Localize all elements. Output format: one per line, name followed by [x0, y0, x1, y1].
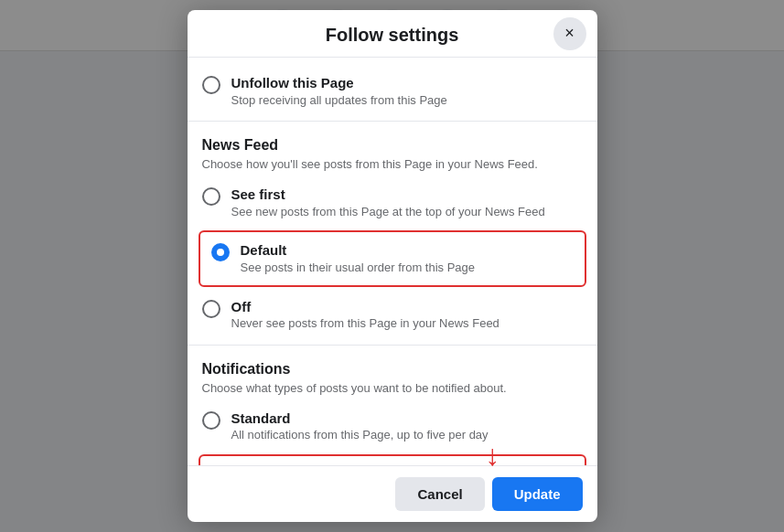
unfollow-text: Unfollow this Page Stop receiving all up… [231, 74, 583, 108]
off-feed-label: Off [231, 298, 583, 316]
highlights-option[interactable]: Highlights Notifications about suggested… [199, 454, 586, 465]
standard-radio[interactable] [202, 411, 220, 430]
news-feed-subtitle: Choose how you'll see posts from this Pa… [202, 157, 583, 173]
modal-title: Follow settings [326, 25, 459, 46]
modal-header: Follow settings × [188, 10, 597, 58]
standard-text: Standard All notifications from this Pag… [231, 410, 583, 443]
off-feed-radio[interactable] [202, 300, 220, 318]
see-first-text: See first See new posts from this Page a… [231, 186, 583, 219]
red-arrow-indicator: ↓ [486, 441, 500, 470]
off-feed-option[interactable]: Off Never see posts from this Page in yo… [188, 289, 597, 341]
unfollow-option[interactable]: Unfollow this Page Stop receiving all up… [188, 65, 597, 117]
unfollow-radio[interactable] [202, 76, 220, 94]
see-first-option[interactable]: See first See new posts from this Page a… [188, 176, 597, 229]
default-label: Default [241, 241, 574, 260]
off-feed-text: Off Never see posts from this Page in yo… [231, 298, 583, 332]
see-first-label: See first [231, 186, 583, 204]
default-text: Default See posts in their usual order f… [241, 241, 574, 275]
follow-settings-modal: Follow settings × Unfollow this Page Sto… [188, 10, 597, 522]
off-feed-desc: Never see posts from this Page in your N… [231, 316, 583, 332]
divider-2 [188, 345, 597, 346]
default-radio[interactable] [211, 243, 230, 261]
see-first-radio[interactable] [202, 187, 220, 206]
cancel-button[interactable]: Cancel [395, 477, 484, 511]
update-button[interactable]: Update [492, 477, 583, 511]
modal-backdrop: Follow settings × Unfollow this Page Sto… [0, 0, 784, 532]
standard-desc: All notifications from this Page, up to … [231, 428, 583, 443]
news-feed-title: News Feed [202, 136, 583, 155]
unfollow-desc: Stop receiving all updates from this Pag… [231, 93, 583, 109]
notifications-section-header: Notifications Choose what types of posts… [188, 349, 597, 400]
notifications-title: Notifications [202, 360, 583, 379]
standard-option[interactable]: Standard All notifications from this Pag… [188, 400, 597, 452]
modal-close-button[interactable]: × [553, 17, 586, 50]
news-feed-section-header: News Feed Choose how you'll see posts fr… [188, 125, 597, 176]
modal-footer: ↓ Cancel Update [188, 465, 597, 522]
default-desc: See posts in their usual order from this… [241, 261, 574, 276]
standard-label: Standard [231, 410, 583, 428]
default-option[interactable]: Default See posts in their usual order f… [199, 230, 586, 286]
modal-body: Unfollow this Page Stop receiving all up… [188, 58, 597, 465]
see-first-desc: See new posts from this Page at the top … [231, 205, 583, 220]
divider-1 [188, 121, 597, 122]
notifications-subtitle: Choose what types of posts you want to b… [202, 381, 583, 397]
unfollow-label: Unfollow this Page [231, 74, 583, 92]
